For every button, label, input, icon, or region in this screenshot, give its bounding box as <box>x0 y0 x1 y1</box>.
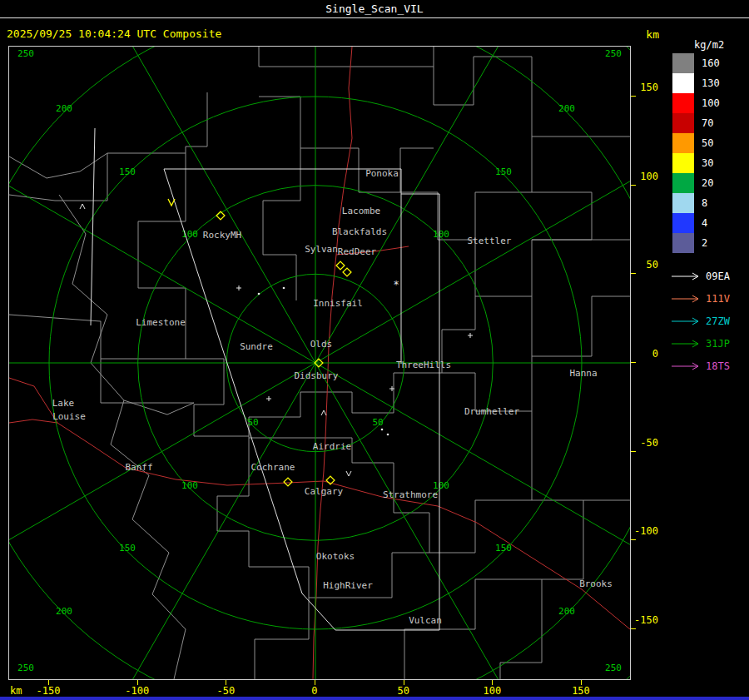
right-axis-tick <box>631 628 636 629</box>
vil-scale-value: 100 <box>702 97 720 109</box>
caret-marker <box>80 204 85 209</box>
layer-coverage <box>91 128 439 630</box>
right-axis-label: 150 <box>631 82 658 93</box>
bottom-axis-label: -100 <box>121 685 154 697</box>
radar-arrow-icon <box>671 316 701 326</box>
yellow-arrow-marker <box>168 199 175 206</box>
vil-scale-swatch <box>672 73 694 93</box>
town-label: Sundre <box>240 341 273 352</box>
dot-marker <box>381 429 384 431</box>
range-ring-label: 150 <box>495 166 512 177</box>
bottom-axis-label: 100 <box>475 685 508 697</box>
dot-marker <box>283 287 285 290</box>
range-ring-label: 200 <box>56 103 72 114</box>
county-boundary <box>255 598 309 679</box>
radar-arrow-icon <box>671 361 701 371</box>
bottom-blue-bar <box>0 697 749 700</box>
layer-grid <box>9 47 630 679</box>
vil-scale-row: 4 <box>672 213 720 233</box>
town-label: Stettler <box>468 236 512 246</box>
vee-marker <box>346 471 351 476</box>
town-label: Lacombe <box>342 206 380 216</box>
range-ring-label: 50 <box>247 417 258 428</box>
right-axis-label: -50 <box>631 437 658 449</box>
right-axis-tick <box>631 273 636 274</box>
plus-marker <box>266 396 271 401</box>
dot-marker <box>258 293 260 295</box>
county-boundary <box>59 195 186 679</box>
azimuth-line <box>315 363 565 679</box>
right-axis-tick <box>631 451 636 452</box>
scan-timestamp: 2025/09/25 10:04:24 UTC Composite <box>7 27 221 40</box>
radar-arrow-icon <box>671 271 701 281</box>
radar-legend-row: 18TS <box>671 355 730 377</box>
azimuth-line <box>66 363 315 679</box>
town-label: Banff <box>125 462 152 473</box>
town-label: Olds <box>310 339 333 350</box>
town-label: HighRiver <box>323 580 373 591</box>
layer-towns: PonokaLacombeBlackfaldsSylvanRedDeerStet… <box>52 168 613 626</box>
vil-scale-row: 70 <box>672 113 720 133</box>
radar-legend-row: 111V <box>671 287 730 310</box>
radar-legend-row: 09EA <box>671 265 730 287</box>
vil-scale-swatch <box>672 113 694 133</box>
county-boundary <box>434 57 630 137</box>
right-axis-tick <box>631 539 636 540</box>
vil-scale-row: 100 <box>672 93 720 113</box>
range-ring-label: 200 <box>558 606 575 617</box>
vil-scale-swatch <box>672 213 694 233</box>
range-ring-label: 100 <box>433 229 449 240</box>
vil-scale-row: 8 <box>672 193 720 213</box>
range-ring-label: 250 <box>17 663 34 673</box>
vil-scale-value: 130 <box>702 77 720 89</box>
town-label: Okotoks <box>316 551 355 562</box>
radar-coverage-outline <box>91 128 95 325</box>
right-axis-tick <box>631 362 636 363</box>
right-axis-label: 0 <box>631 348 658 360</box>
vil-scale-value: 160 <box>702 57 720 69</box>
vil-color-scale: 16013010070503020842 <box>672 53 720 253</box>
county-boundary <box>263 148 300 300</box>
azimuth-line <box>66 47 315 363</box>
radar-legend-row: 31JP <box>671 332 730 355</box>
county-boundary <box>249 411 532 553</box>
range-ring-label: 150 <box>495 543 512 554</box>
county-boundary <box>9 153 107 178</box>
vil-scale-row: 2 <box>672 233 720 253</box>
vil-scale-value: 30 <box>702 157 713 169</box>
caret-marker <box>321 410 326 415</box>
range-ring-label: 250 <box>605 663 622 673</box>
town-marker-diamond <box>284 478 292 486</box>
window-title: Single_Scan_VIL <box>0 0 749 18</box>
town-label: Limestone <box>136 317 186 328</box>
radar-arrow-icon <box>671 339 701 349</box>
vil-scale-swatch <box>672 133 694 153</box>
county-boundary <box>442 356 532 411</box>
range-ring-label: 250 <box>605 48 622 59</box>
county-boundary <box>217 436 429 598</box>
radar-id-label: 111V <box>706 293 730 305</box>
range-ring-label: 200 <box>56 606 72 617</box>
town-label: Calgary <box>305 486 344 497</box>
town-label: Airdrie <box>313 441 351 452</box>
radar-arrow-icon <box>671 294 701 304</box>
map-frame: 5050100100100100150150150150200200200200… <box>8 46 631 680</box>
radar-map[interactable]: 5050100100100100150150150150200200200200… <box>9 47 630 679</box>
town-label: Ponoka <box>365 168 399 179</box>
town-label: Sylvan <box>305 244 338 255</box>
right-axis-label: 50 <box>631 259 658 271</box>
vil-scale-value: 70 <box>702 117 713 129</box>
plus-marker <box>468 333 473 338</box>
range-ring-label: 250 <box>17 48 34 59</box>
town-label: Vulcan <box>409 615 442 626</box>
radar-id-label: 27ZW <box>706 315 730 327</box>
legend-unit-label: kg/m2 <box>694 39 724 51</box>
town-label: Innisfail <box>313 298 363 309</box>
range-ring-label: 150 <box>119 166 136 177</box>
town-label: RockyMH <box>203 230 241 241</box>
vil-scale-value: 2 <box>702 237 707 249</box>
vil-scale-value: 4 <box>702 217 707 229</box>
town-label: Didsbury <box>295 370 339 381</box>
town-label: Cochrane <box>251 462 295 473</box>
vil-scale-value: 20 <box>702 177 713 189</box>
